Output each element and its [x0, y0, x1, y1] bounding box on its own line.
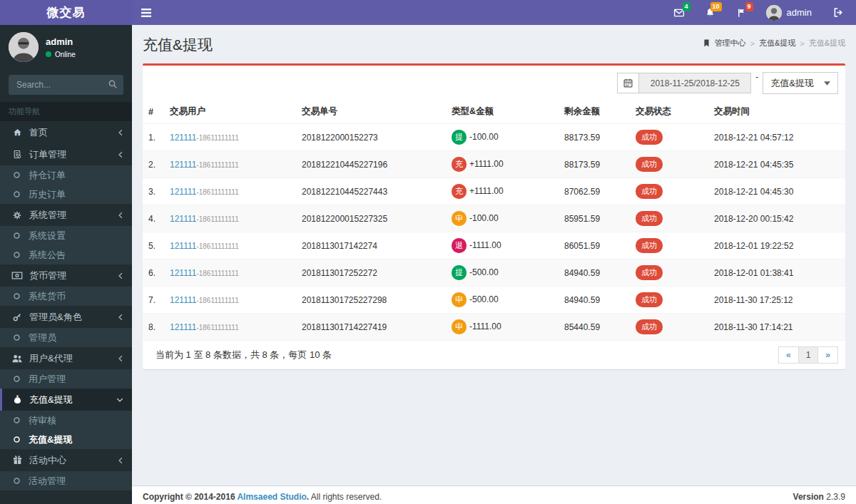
sidebar-toggle-button[interactable]: [132, 0, 160, 25]
caret-down-icon: [824, 81, 830, 86]
sidebar-item-recharge-withdraw-list[interactable]: 充值&提现: [0, 430, 132, 449]
tasks-button[interactable]: 9: [726, 0, 758, 25]
table-row: 8.121111-18611111111201811301714227419申-…: [143, 314, 845, 341]
breadcrumb-item: 充值&提现: [809, 38, 845, 48]
user-phone-suffix: -18611111111: [196, 242, 238, 250]
column-header: 剩余金额: [559, 100, 630, 124]
user-id-link[interactable]: 121111: [170, 214, 196, 224]
row-index: 8.: [143, 314, 164, 341]
row-index: 2.: [143, 151, 164, 178]
sidebar-item-order-management[interactable]: 订单管理: [0, 143, 132, 165]
sidebar-item-position-orders[interactable]: 持仓订单: [0, 165, 132, 185]
chevron-left-icon: [118, 457, 123, 464]
user-menu-button[interactable]: admin: [758, 0, 820, 25]
sidebar-item-label: 充值&提现: [29, 394, 73, 406]
sidebar-user-status[interactable]: Online: [46, 51, 76, 58]
sidebar-item-currency-management[interactable]: 货币管理: [0, 264, 132, 287]
user-id-link[interactable]: 121111: [170, 295, 196, 305]
type-amount-cell: 充+1111.00: [446, 151, 559, 178]
sidebar-item-recharge-withdraw[interactable]: 充值&提现: [0, 389, 132, 411]
breadcrumb: 管理中心>充值&提现>充值&提现: [703, 38, 845, 48]
logout-button[interactable]: [820, 0, 856, 25]
sidebar-item-activity-center[interactable]: 活动中心: [0, 449, 132, 471]
user-id-link[interactable]: 121111: [170, 241, 196, 251]
sidebar-item-history-orders[interactable]: 历史订单: [0, 185, 132, 204]
sidebar-item-system-currency[interactable]: 系统货币: [0, 287, 132, 306]
sidebar-item-label: 历史订单: [29, 188, 66, 201]
user-id-link[interactable]: 121111: [170, 268, 196, 278]
table-row: 3.121111-18611111111201812210445227443充+…: [143, 178, 845, 205]
column-header: 交易时间: [708, 100, 845, 124]
status-badge: 成功: [636, 211, 663, 226]
user-id-link[interactable]: 121111: [170, 187, 196, 197]
order-number: 201811301714227419: [296, 314, 446, 341]
sidebar-item-home[interactable]: 首页: [0, 121, 132, 143]
pagination-prev-button[interactable]: «: [778, 346, 799, 364]
sidebar-item-users-agents[interactable]: 用户&代理: [0, 347, 132, 369]
brand-logo[interactable]: 微交易: [0, 0, 132, 25]
sidebar-item-pending-review[interactable]: 待审核: [0, 411, 132, 430]
type-badge: 申: [452, 292, 467, 307]
amount-value: +1111.00: [469, 159, 504, 169]
user-cell: 121111-18611111111: [164, 151, 296, 178]
pagination-next-button[interactable]: »: [817, 346, 838, 364]
orders-icon: [11, 149, 24, 160]
column-header: #: [143, 100, 164, 124]
circle-o-icon: [10, 416, 23, 424]
type-amount-cell: 退-1111.00: [446, 232, 559, 259]
studio-link[interactable]: Almsaeed Studio: [237, 492, 306, 502]
sidebar-user-name: admin: [46, 36, 76, 47]
breadcrumb-separator: >: [800, 39, 804, 48]
sidebar-item-system-management[interactable]: 系统管理: [0, 204, 132, 226]
sidebar-item-label: 管理员: [29, 331, 56, 344]
sidebar: admin Online 功能导航 首页订单管理持仓订单历史订单系统管理系统设置…: [0, 25, 132, 504]
row-index: 5.: [143, 232, 164, 259]
sidebar-item-activity-management[interactable]: 活动管理: [0, 471, 132, 490]
sidebar-search: [9, 75, 123, 95]
type-amount-cell: 充+1111.00: [446, 178, 559, 205]
type-filter-select[interactable]: 充值&提现: [763, 72, 838, 94]
type-badge: 提: [452, 130, 467, 145]
balance-value: 87062.59: [559, 178, 630, 205]
status-badge: 成功: [636, 319, 663, 334]
status-badge: 成功: [636, 130, 663, 145]
chevron-left-icon: [118, 355, 123, 362]
balance-value: 84940.59: [559, 287, 630, 314]
date-range-input[interactable]: [638, 73, 751, 93]
sidebar-item-user-management[interactable]: 用户管理: [0, 369, 132, 389]
breadcrumb-item[interactable]: 充值&提现: [759, 38, 795, 48]
status-cell: 成功: [630, 124, 708, 151]
circle-o-icon: [10, 190, 23, 198]
messages-button[interactable]: 4: [663, 0, 695, 25]
user-id-link[interactable]: 121111: [170, 160, 196, 170]
status-cell: 成功: [630, 259, 708, 287]
order-number: 2018122000152273: [296, 124, 446, 151]
sidebar-item-system-settings[interactable]: 系统设置: [0, 226, 132, 245]
sidebar-item-label: 系统货币: [29, 290, 66, 303]
search-icon[interactable]: [108, 79, 118, 89]
user-id-link[interactable]: 121111: [170, 133, 196, 143]
pagination-page-button[interactable]: 1: [798, 346, 819, 364]
user-cell: 121111-18611111111: [164, 232, 296, 259]
transaction-time: 2018-11-30 17:25:12: [708, 287, 845, 314]
user-phone-suffix: -18611111111: [196, 297, 238, 304]
sidebar-item-label: 管理员&角色: [29, 311, 82, 324]
chevron-left-icon: [118, 129, 123, 136]
sidebar-item-admin-roles[interactable]: 管理员&角色: [0, 306, 132, 328]
status-badge: 成功: [636, 265, 663, 280]
breadcrumb-separator: >: [750, 39, 754, 48]
status-badge: 成功: [636, 292, 663, 307]
user-phone-suffix: -18611111111: [196, 324, 238, 331]
user-id-link[interactable]: 121111: [170, 322, 196, 332]
user-phone-suffix: -18611111111: [196, 215, 238, 223]
user-phone-suffix: -18611111111: [196, 269, 238, 277]
messages-count-badge: 4: [683, 2, 691, 11]
search-input[interactable]: [9, 75, 123, 95]
sidebar-item-system-announcement[interactable]: 系统公告: [0, 245, 132, 264]
breadcrumb-item[interactable]: 管理中心: [714, 38, 745, 48]
sidebar-item-admins[interactable]: 管理员: [0, 328, 132, 347]
type-amount-cell: 申-100.00: [446, 205, 559, 232]
transaction-time: 2018-12-21 04:57:12: [708, 124, 845, 151]
notifications-button[interactable]: 10: [695, 0, 726, 25]
calendar-button[interactable]: [617, 73, 638, 93]
